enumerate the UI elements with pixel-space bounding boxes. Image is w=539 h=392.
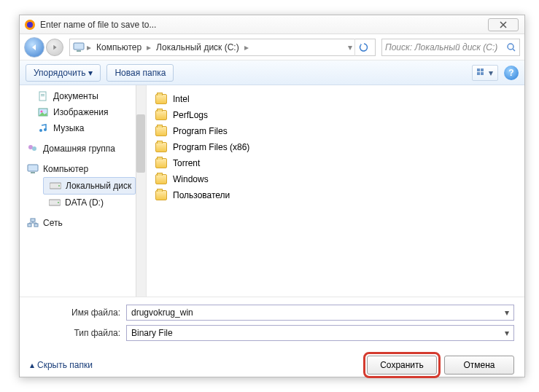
nav-row: ▸ Компьютер ▸ Локальный диск (C:) ▸ ▾ По… <box>20 34 524 60</box>
svg-point-15 <box>44 128 47 131</box>
folder-icon <box>155 174 167 184</box>
list-item[interactable]: PerfLogs <box>155 107 516 123</box>
cancel-button[interactable]: Отмена <box>444 356 514 375</box>
svg-rect-24 <box>28 224 31 227</box>
breadcrumb-item[interactable]: Компьютер <box>93 42 144 52</box>
breadcrumb[interactable]: ▸ Компьютер ▸ Локальный диск (C:) ▸ ▾ <box>69 39 376 56</box>
svg-point-4 <box>508 44 513 50</box>
svg-point-21 <box>58 185 60 187</box>
help-icon: ? <box>508 68 513 78</box>
tree-item-drive-d[interactable]: DATA (D:) <box>20 195 146 211</box>
svg-rect-26 <box>31 219 35 222</box>
tree-item-homegroup[interactable]: Домашняя группа <box>20 141 146 157</box>
image-icon <box>37 106 49 118</box>
chevron-down-icon[interactable]: ▾ <box>505 328 509 338</box>
folder-icon <box>155 110 167 120</box>
svg-point-14 <box>39 129 42 132</box>
svg-rect-3 <box>77 50 81 52</box>
tree-item-network[interactable]: Сеть <box>20 215 146 231</box>
chevron-right-icon: ▸ <box>244 42 249 52</box>
svg-rect-19 <box>31 172 35 173</box>
svg-rect-6 <box>481 68 484 71</box>
svg-point-17 <box>32 146 36 151</box>
filetype-label: Тип файла: <box>30 328 120 338</box>
svg-rect-2 <box>74 43 84 50</box>
organize-button[interactable]: Упорядочить ▾ <box>26 64 101 82</box>
list-item[interactable]: Intel <box>155 91 516 107</box>
new-folder-button[interactable]: Новая папка <box>106 64 174 82</box>
drive-icon <box>49 197 61 208</box>
svg-rect-10 <box>41 94 44 95</box>
footer: ▴ Скрыть папки Сохранить Отмена <box>20 350 524 382</box>
chevron-down-icon: ▾ <box>88 68 93 78</box>
folder-icon <box>155 190 167 200</box>
dialog-body: Документы Изображения Музыка Домашняя гр… <box>20 85 524 297</box>
folder-icon <box>155 158 167 168</box>
close-icon <box>500 21 507 28</box>
list-item[interactable]: Windows <box>155 171 516 187</box>
titlebar: Enter name of file to save to... <box>20 15 524 34</box>
help-button[interactable]: ? <box>504 66 519 80</box>
hide-folders-button[interactable]: ▴ Скрыть папки <box>30 360 93 370</box>
tree-scrollbar[interactable] <box>136 85 146 297</box>
tree-item-music[interactable]: Музыка <box>20 120 146 136</box>
chevron-right-icon: ▸ <box>147 42 151 52</box>
tree-item-computer[interactable]: Компьютер <box>20 161 146 177</box>
folder-icon <box>155 126 167 136</box>
close-button[interactable] <box>488 18 519 31</box>
back-button[interactable] <box>24 37 44 58</box>
arrow-right-icon <box>51 44 58 51</box>
search-input[interactable]: Поиск: Локальный диск (С:) <box>381 39 520 56</box>
list-item[interactable]: Torrent <box>155 155 516 171</box>
svg-point-1 <box>27 22 33 28</box>
svg-point-23 <box>58 202 59 203</box>
svg-rect-25 <box>34 224 38 227</box>
tree-item-drive-c[interactable]: Локальный диск <box>43 177 136 195</box>
form-area: Имя файла: drugvokrug_win ▾ Тип файла: B… <box>20 297 524 350</box>
list-item[interactable]: Пользователи <box>155 187 516 203</box>
window-title: Enter name of file to save to... <box>40 20 488 30</box>
folder-icon <box>155 142 167 152</box>
svg-rect-8 <box>481 72 484 75</box>
filetype-select[interactable]: Binary File ▾ <box>126 325 514 341</box>
refresh-icon <box>359 42 369 52</box>
homegroup-icon <box>27 143 39 154</box>
file-list[interactable]: Intel PerfLogs Program Files Program Fil… <box>147 85 524 297</box>
save-button[interactable]: Сохранить <box>367 356 437 375</box>
svg-rect-7 <box>477 72 480 75</box>
nav-tree: Документы Изображения Музыка Домашняя гр… <box>20 85 147 297</box>
computer-icon <box>73 42 85 53</box>
list-item[interactable]: Program Files (x86) <box>155 139 516 155</box>
chevron-up-icon: ▴ <box>30 360 34 370</box>
breadcrumb-item[interactable]: Локальный диск (C:) <box>153 42 242 52</box>
svg-rect-18 <box>28 165 38 171</box>
chevron-right-icon: ▸ <box>87 42 91 52</box>
save-dialog: Enter name of file to save to... ▸ Компь… <box>19 15 525 377</box>
search-placeholder: Поиск: Локальный диск (С:) <box>385 42 506 52</box>
search-icon <box>506 42 516 52</box>
arrow-left-icon <box>30 43 39 52</box>
firefox-icon <box>24 19 36 31</box>
svg-rect-11 <box>41 95 44 96</box>
toolbar: Упорядочить ▾ Новая папка ▾ ? <box>20 60 524 85</box>
svg-rect-5 <box>477 68 480 71</box>
filename-label: Имя файла: <box>30 307 120 318</box>
tree-item-images[interactable]: Изображения <box>20 104 146 120</box>
view-options-button[interactable]: ▾ <box>472 65 498 81</box>
computer-icon <box>27 163 39 175</box>
drive-icon <box>50 180 61 192</box>
tree-item-documents[interactable]: Документы <box>20 88 146 104</box>
refresh-button[interactable] <box>354 39 372 56</box>
forward-button[interactable] <box>46 39 63 56</box>
document-icon <box>37 90 49 102</box>
chevron-down-icon: ▾ <box>489 68 493 78</box>
filename-input[interactable]: drugvokrug_win ▾ <box>126 305 514 321</box>
chevron-down-icon[interactable]: ▾ <box>505 307 509 318</box>
music-icon <box>37 122 49 134</box>
view-icon <box>477 68 487 77</box>
folder-icon <box>155 94 167 104</box>
chevron-down-icon[interactable]: ▾ <box>348 42 352 52</box>
list-item[interactable]: Program Files <box>155 123 516 139</box>
network-icon <box>27 217 39 229</box>
